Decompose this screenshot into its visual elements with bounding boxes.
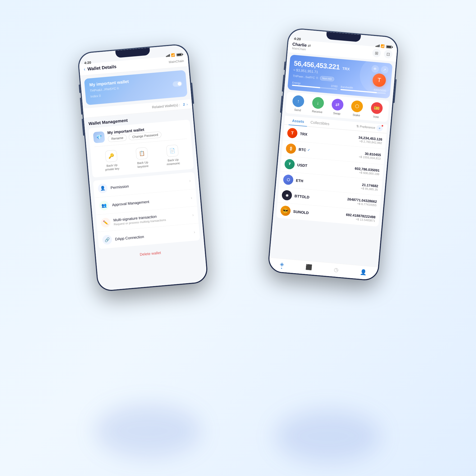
signal-icon-right — [376, 44, 380, 47]
receive-qr-button[interactable]: ⊞ — [372, 49, 381, 58]
usdt-values: 602,786.035091 ≈$ 606,000.199 — [318, 163, 380, 176]
multisig-chevron-icon: › — [192, 213, 194, 217]
vote-action[interactable]: 🎫 Vote — [370, 102, 383, 119]
nav-history[interactable]: ◷ — [333, 266, 338, 273]
preference-button[interactable]: ⇅ Preference — [356, 124, 376, 130]
mnemonic-icon: 📄 — [166, 144, 179, 157]
receive-label: Receive — [312, 109, 323, 113]
nav-account[interactable]: 👤 — [360, 269, 367, 276]
wifi-icon: 📶 — [171, 53, 175, 57]
multisig-icon-wrap: ✏️ — [100, 217, 111, 228]
related-count: 2 — [183, 102, 185, 107]
balance-icons: 👁 ↗ — [371, 65, 389, 74]
wallet-mgmt-header: 💎 My important wallet Rename Change Pass… — [93, 123, 187, 144]
trx-name: TRX — [300, 132, 321, 138]
tab-assets[interactable]: Assets — [289, 116, 308, 126]
btt-name-wrap: BTTOLD — [294, 194, 316, 200]
stake-action[interactable]: ⬡ Stake — [350, 100, 363, 117]
backup-pk-label: Back Upprivate key — [105, 163, 119, 172]
header-actions: ⊞ ⊡ — [372, 49, 393, 59]
swap-action[interactable]: ⇄ Swap — [331, 98, 344, 116]
sun-logo: 😎 — [280, 205, 291, 216]
sun-values: 692.418878222498 ≈$ 13.5483871 — [314, 210, 376, 222]
approval-chevron-icon: › — [191, 195, 193, 200]
swap-icon-wrap: ⇄ — [331, 98, 344, 111]
assets-nav-icon: ◈ — [280, 261, 284, 267]
private-key-icon: 🔑 — [105, 150, 117, 162]
tron-logo: T — [372, 73, 386, 87]
trx-logo: T — [287, 128, 298, 139]
scan-button[interactable]: ⊡ — [384, 49, 393, 59]
copy-icon[interactable]: ⎘ — [117, 87, 119, 90]
management-card: 💎 My important wallet Rename Change Pass… — [88, 120, 194, 177]
sort-icon: ⇅ — [356, 124, 359, 128]
sun-name: SUNOLD — [293, 209, 314, 216]
send-label: Send — [294, 108, 301, 112]
time-left: 4:20 — [84, 60, 91, 65]
backup-row: 🔑 Back Upprivate key 📋 Back Upkeystore 📄… — [94, 141, 189, 173]
btt-values: 2648771.04328662 ≈$ 6.77419355 — [315, 194, 377, 207]
battery-icon-right — [386, 45, 392, 48]
btc-name-wrap: BTC ✓ — [299, 147, 320, 153]
approval-icon: 👥 — [101, 203, 107, 208]
copy-icon-right[interactable]: ⎘ — [316, 76, 318, 80]
chevron-right-icon: › — [186, 102, 188, 106]
dapp-chevron-icon: › — [194, 230, 195, 234]
wifi-icon-right: 📶 — [381, 44, 385, 48]
notification-dot — [381, 125, 384, 127]
phone-right: 4:20 📶 — [267, 27, 399, 281]
backup-keystore[interactable]: 📋 Back Upkeystore — [136, 147, 149, 169]
dapp-icon: 🔗 — [104, 237, 110, 242]
visibility-toggle-button[interactable]: 👁 — [371, 65, 379, 73]
nav-assets[interactable]: ◈ — [280, 261, 284, 269]
wallet-address-right: THPwer...5wtfYC — [293, 74, 315, 79]
backup-private-key[interactable]: 🔑 Back Upprivate key — [104, 150, 120, 172]
nav-active-dot — [281, 268, 282, 269]
phone-left: 4:20 📶 — [77, 43, 209, 292]
bottom-nav: ◈ ⬛ ◷ 👤 — [268, 257, 378, 280]
btc-logo: ₿ — [286, 143, 296, 154]
btc-verified-icon: ✓ — [307, 148, 310, 152]
swap-icon[interactable]: ⇄ — [308, 43, 311, 48]
sun-name-wrap: SUNOLD — [293, 209, 314, 216]
permission-label: Permission — [110, 184, 129, 190]
rename-button[interactable]: Rename — [108, 134, 127, 142]
multisig-icon: ✏️ — [103, 220, 109, 225]
eth-values: 21.174682 ≈$ 85,885.35 — [317, 179, 378, 191]
stake-icon-wrap: ⬡ — [351, 100, 364, 113]
user-info: Charlie ⇄ MainChain — [292, 42, 311, 51]
energy-resource: Energy 37/60 — [292, 81, 338, 90]
approval-text: Approval Management — [112, 196, 188, 207]
permission-chevron-icon: › — [189, 178, 191, 183]
bandwidth-resource: Bandwidth 4000/5000 — [340, 85, 386, 94]
change-password-button[interactable]: Change Password — [129, 131, 162, 140]
eth-name: ETH — [296, 178, 317, 184]
wallet-toggle[interactable] — [172, 81, 182, 87]
related-label: Related Wallet(s) : — [152, 103, 180, 109]
account-nav-icon: 👤 — [360, 269, 367, 276]
btt-logo: ◉ — [281, 190, 292, 201]
approval-icon-wrap: 👥 — [99, 200, 109, 210]
usdt-logo: ₮ — [284, 159, 295, 170]
time-right: 4:20 — [294, 36, 301, 41]
add-token-button[interactable]: + — [376, 125, 383, 132]
receive-action[interactable]: ↓ Receive — [311, 97, 324, 114]
eth-name-wrap: ETH — [296, 178, 317, 184]
btc-values: 30.810455 ≈$ 1555,934,813 — [319, 148, 381, 160]
wallet-card: My important wallet THPvaU...Fhn5YC ⎘ In… — [84, 70, 187, 105]
backup-ks-label: Back Upkeystore — [137, 160, 149, 169]
send-action[interactable]: ↑ Send — [292, 95, 305, 112]
expand-button[interactable]: ↗ — [381, 66, 388, 74]
resource-bars: Energy 37/60 Bandwidth 4000/5000 — [292, 81, 386, 94]
asset-list: T TRX 34,234,453.126 ≈$ 2,760,842,982 ₿ — [276, 125, 386, 226]
permission-icon: 👤 — [100, 186, 106, 191]
dapp-text: DApp Connection — [115, 230, 191, 241]
multisig-text: Multi-signature transaction Request or p… — [113, 211, 189, 226]
backup-mnemonic[interactable]: 📄 Back Upmnemonic — [165, 144, 180, 166]
menu-card: 👤 Permission › 👥 Approval Management — [93, 172, 200, 249]
nav-collections[interactable]: ⬛ — [305, 264, 312, 271]
vote-icon-wrap: 🎫 — [370, 102, 383, 115]
eth-logo: ⬡ — [283, 174, 294, 185]
dapp-icon-wrap: 🔗 — [102, 235, 112, 245]
back-button[interactable]: ‹ — [84, 67, 86, 72]
